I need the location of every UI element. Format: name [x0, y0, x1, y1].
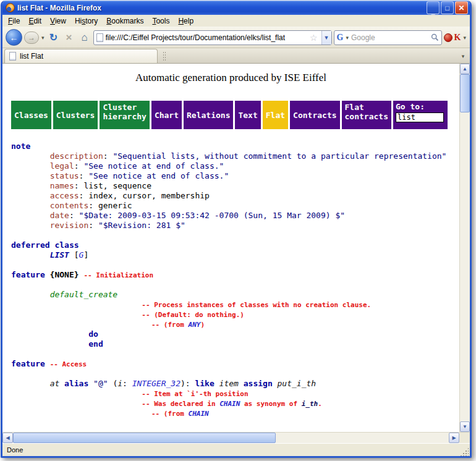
code-text: alias [64, 379, 88, 388]
page-content: Automatic generation produced by ISE Eif… [2, 64, 459, 432]
menu-item-edit[interactable]: Edit [24, 15, 46, 27]
minimize-button[interactable]: _ [427, 1, 440, 14]
history-dropdown-button[interactable]: ▾ [41, 35, 45, 41]
code-line: -- Was declared in CHAIN as synonym of i… [11, 399, 459, 408]
menu-item-file[interactable]: File [4, 15, 24, 27]
nav-button-relations[interactable]: Relations [184, 101, 233, 129]
horizontal-scroll-track[interactable] [13, 433, 449, 443]
scroll-up-button[interactable]: ▲ [460, 64, 470, 74]
code-line: do [11, 329, 459, 339]
horizontal-scrollbar[interactable]: ◀ ▶ [2, 432, 459, 443]
nav-button-cluster-hierarchy[interactable]: Clusterhierarchy [100, 101, 149, 129]
code-line: status: "See notice at end of class." [11, 171, 459, 181]
code-text [215, 379, 219, 388]
forward-button[interactable]: → [24, 32, 39, 44]
scroll-left-button[interactable]: ◀ [2, 433, 13, 443]
toolbar-overflow-arrow[interactable]: ▾ [462, 35, 467, 41]
list-all-tabs-button[interactable]: ▾ [457, 50, 469, 62]
code-line [11, 230, 459, 240]
google-icon: G [337, 33, 344, 42]
code-text [239, 379, 244, 388]
search-box[interactable]: G ▾ Google [334, 30, 442, 45]
doc-nav-buttons: ClassesClustersClusterhierarchyChartRela… [11, 101, 391, 129]
menu-item-tools[interactable]: Tools [148, 15, 174, 27]
nav-button-contracts[interactable]: Contracts [290, 101, 339, 129]
code-text: -- (from [151, 410, 189, 418]
code-text: legal [50, 161, 74, 171]
goto-box: Go to: [393, 101, 448, 129]
resize-grip[interactable] [460, 447, 469, 456]
code-line: feature {NONE} -- Initialization [11, 270, 459, 280]
code-text [45, 359, 50, 368]
nav-button-flat[interactable]: Flat [263, 101, 288, 129]
bookmark-star-icon[interactable]: ☆ [308, 33, 319, 43]
code-text: : [69, 211, 79, 220]
tab-favicon [9, 52, 16, 61]
title-bar[interactable]: list Flat - Mozilla Firefox _ □ ✕ [2, 1, 470, 15]
doc-nav-button-row: ClassesClustersClusterhierarchyChartRela… [11, 101, 459, 129]
code-line: at alias "@" (i: INTEGER_32): like item … [11, 379, 459, 389]
menu-item-view[interactable]: View [46, 15, 70, 27]
menu-item-bookmarks[interactable]: Bookmarks [102, 15, 148, 27]
back-icon: ← [10, 33, 19, 43]
code-text: ] [83, 250, 88, 260]
code-text [11, 339, 88, 349]
browser-window: list Flat - Mozilla Firefox _ □ ✕ FileEd… [1, 1, 472, 458]
code-text [11, 181, 50, 190]
code-text [273, 379, 278, 388]
goto-input[interactable] [396, 112, 444, 122]
stop-button[interactable]: × [62, 31, 76, 44]
class-link[interactable]: INTEGER_32 [132, 379, 181, 388]
scroll-down-button[interactable]: ▼ [460, 421, 470, 432]
reload-icon: ↻ [49, 32, 57, 43]
eiffel-code-listing: note description: "Sequential lists, wit… [11, 142, 459, 418]
code-text [11, 171, 50, 180]
code-text: date [50, 211, 69, 220]
search-magnifier-icon[interactable] [431, 33, 439, 41]
url-dropdown-button[interactable]: ▼ [321, 31, 331, 44]
nav-button-flat-contracts[interactable]: Flatcontracts [342, 101, 391, 129]
code-line [11, 369, 459, 379]
class-link[interactable]: i_th [302, 400, 318, 408]
nav-button-classes[interactable]: Classes [11, 101, 51, 129]
tab-list-flat[interactable]: list Flat [4, 49, 158, 63]
maximize-button[interactable]: □ [441, 1, 454, 14]
code-text [11, 319, 151, 329]
vertical-scrollbar[interactable]: ▲ ▼ [459, 64, 470, 432]
menu-item-help[interactable]: Help [174, 15, 198, 27]
reload-button[interactable]: ↻ [47, 31, 61, 44]
url-bar[interactable]: file:///C:/Eiffel Projects/tour/Document… [93, 30, 332, 45]
code-text: : list, sequence [74, 181, 151, 190]
code-line [11, 260, 459, 270]
horizontal-scrollbar-row: ◀ ▶ [2, 432, 470, 443]
code-line: description: "Sequential lists, without … [11, 151, 459, 161]
code-text: ): [181, 379, 195, 388]
horizontal-scroll-thumb[interactable] [13, 433, 276, 443]
class-link[interactable]: CHAIN [189, 410, 209, 418]
home-button[interactable]: ⌂ [78, 31, 91, 44]
menu-item-history[interactable]: History [70, 15, 102, 27]
code-text: feature [11, 270, 45, 279]
code-text: access [50, 191, 79, 200]
search-engine-dropdown[interactable]: ▾ [345, 35, 349, 41]
k-extension-icon[interactable]: K [454, 33, 461, 43]
search-input[interactable]: Google [351, 33, 429, 42]
nav-button-chart[interactable]: Chart [151, 101, 182, 129]
nav-button-text[interactable]: Text [235, 101, 260, 129]
url-text[interactable]: file:///C:/Eiffel Projects/tour/Document… [106, 33, 306, 42]
code-text [11, 151, 50, 161]
back-button[interactable]: ← [6, 29, 22, 46]
code-text [11, 300, 142, 309]
class-link[interactable]: ANY [189, 321, 201, 329]
vertical-scroll-track[interactable] [460, 74, 470, 421]
code-text [11, 250, 50, 260]
code-text: "$Revision: 281 $" [98, 221, 185, 230]
nav-button-clusters[interactable]: Clusters [53, 101, 98, 129]
code-text [11, 290, 50, 299]
class-link[interactable]: CHAIN [219, 400, 240, 408]
vertical-scroll-thumb[interactable] [460, 74, 470, 112]
code-text: -- Item at `i'-th position [142, 390, 248, 398]
close-button[interactable]: ✕ [455, 1, 468, 14]
extension-icon[interactable] [444, 33, 453, 42]
scroll-right-button[interactable]: ▶ [449, 433, 459, 443]
